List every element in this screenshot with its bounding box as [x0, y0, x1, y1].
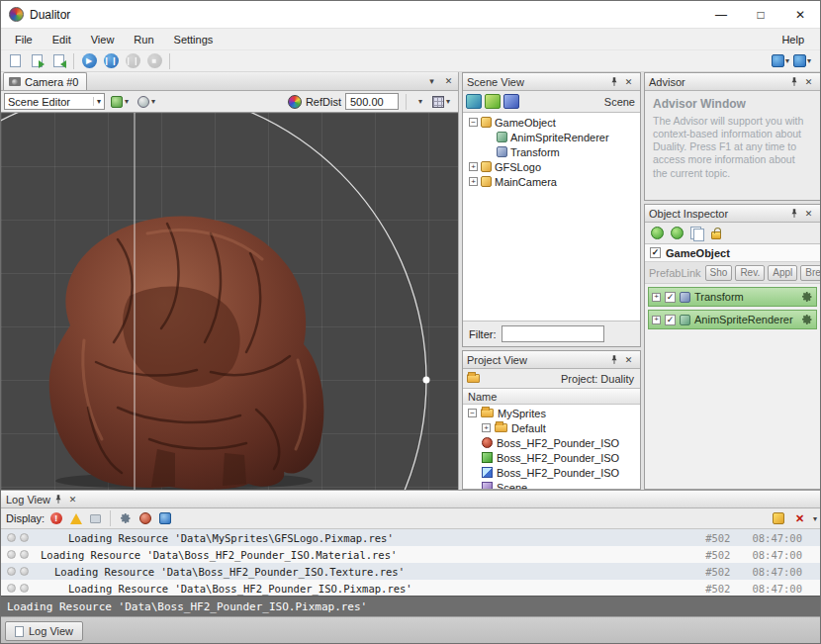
camera-close-icon[interactable] [441, 74, 456, 88]
object-inspector-panel: Object Inspector GameObject PrefabLink S… [644, 204, 821, 490]
source-core-button[interactable] [117, 510, 134, 526]
pin-icon[interactable] [606, 75, 621, 89]
lock-button[interactable] [708, 226, 724, 241]
project-item-default[interactable]: Default [463, 420, 640, 435]
log-entry[interactable]: Loading Resource 'Data\Boss_HF2_Pounder_… [1, 563, 821, 580]
filter-errors-button[interactable]: ! [47, 510, 64, 526]
expand-icon[interactable] [482, 423, 491, 432]
prefab-show-button[interactable]: Sho [705, 265, 733, 281]
menu-view[interactable]: View [81, 31, 125, 48]
source-game-button[interactable] [156, 510, 173, 526]
object-visibility-button[interactable]: ▾ [108, 93, 132, 110]
filter-input[interactable] [502, 325, 604, 342]
tree-item-transform[interactable]: Transform [463, 144, 640, 159]
close-icon[interactable] [801, 75, 816, 89]
collapse-icon[interactable] [468, 409, 477, 417]
tree-item-maincamera[interactable]: MainCamera [463, 174, 640, 189]
active-checkbox[interactable] [650, 247, 661, 258]
expand-icon[interactable] [652, 316, 661, 324]
scene-viewport[interactable] [1, 113, 458, 490]
snap-grid-button[interactable]: ▾ [429, 93, 453, 110]
close-icon[interactable] [621, 75, 636, 89]
filter-messages-button[interactable] [87, 510, 104, 526]
minimize-button[interactable]: — [701, 1, 741, 28]
clear-log-button[interactable]: ✕ [791, 510, 808, 526]
log-entry[interactable]: Loading Resource 'Data\MySprites\GFSLogo… [1, 529, 821, 546]
new-project-button[interactable] [5, 51, 25, 70]
close-button[interactable]: ✕ [780, 1, 820, 28]
collapse-icon[interactable] [469, 118, 478, 127]
filter-label: Filter: [469, 328, 497, 340]
folder-icon[interactable] [467, 374, 480, 383]
log-entry[interactable]: Loading Resource 'Data\Boss_HF2_Pounder_… [1, 580, 821, 596]
tree-item-label: GameObject [495, 117, 556, 129]
refresh-button[interactable] [649, 226, 665, 241]
chevron-down-icon[interactable]: ▾ [813, 514, 817, 523]
expand-icon[interactable] [469, 177, 478, 186]
background-color-icon[interactable] [288, 95, 302, 109]
new-gameobject-icon[interactable] [466, 94, 482, 109]
log-entry[interactable]: Loading Resource 'Data\Boss_HF2_Pounder_… [1, 546, 821, 563]
prefab-revert-button[interactable]: Rev. [735, 265, 765, 281]
source-editor-button[interactable] [137, 510, 153, 526]
editor-mode-select[interactable]: Scene Editor ▾ [4, 93, 105, 110]
display-label: Display: [6, 512, 45, 524]
tree-item-gameobject[interactable]: GameObject [463, 115, 640, 130]
project-view-toolbar: Project: Duality [463, 369, 640, 389]
menu-settings[interactable]: Settings [164, 31, 224, 48]
log-entries: Loading Resource 'Data\MySprites\GFSLogo… [1, 529, 821, 596]
menu-file[interactable]: File [5, 31, 43, 48]
project-item-texture[interactable]: Boss_HF2_Pounder_ISO [463, 450, 640, 465]
filter-warnings-button[interactable] [67, 510, 84, 526]
pin-icon[interactable] [786, 207, 801, 221]
render-setup-button[interactable]: ▾ [135, 93, 158, 110]
maximize-button[interactable]: □ [741, 1, 780, 28]
project-item-pixmap[interactable]: Boss_HF2_Pounder_ISO [463, 465, 640, 480]
component-checkbox[interactable] [665, 315, 676, 325]
perspective-button[interactable]: ▾ [413, 93, 425, 110]
project-item-scene[interactable]: Scene [463, 480, 640, 489]
menu-edit[interactable]: Edit [43, 31, 81, 48]
menu-run[interactable]: Run [124, 31, 163, 48]
expand-icon[interactable] [469, 162, 478, 171]
refdist-input[interactable]: 500.00 [345, 93, 399, 110]
new-component-icon[interactable] [485, 94, 501, 109]
name-column-header[interactable]: Name [463, 389, 640, 405]
close-icon[interactable] [801, 207, 816, 221]
tab-camera-0[interactable]: Camera #0 [3, 72, 87, 90]
prefab-apply-button[interactable]: Appl [768, 265, 797, 281]
pin-icon[interactable] [606, 353, 621, 367]
menu-help[interactable]: Help [770, 31, 816, 48]
component-checkbox[interactable] [665, 292, 676, 303]
stop-button[interactable]: ■ [144, 51, 164, 70]
tree-item-animspriterenderer[interactable]: AnimSpriteRenderer [463, 130, 640, 144]
play-button[interactable]: ▶ [79, 51, 99, 70]
pin-icon[interactable] [786, 75, 801, 89]
gear-icon[interactable] [801, 314, 813, 325]
import-button[interactable] [27, 51, 46, 70]
gear-icon[interactable] [801, 291, 813, 303]
close-icon[interactable] [65, 493, 80, 506]
tab-log-view[interactable]: Log View [5, 621, 83, 641]
prefab-break-button[interactable]: Brea [800, 265, 820, 281]
project-item-material[interactable]: Boss_HF2_Pounder_ISO [463, 435, 640, 450]
sandbox-play-button[interactable]: ❙❙ [101, 51, 121, 70]
component-animspriterenderer[interactable]: AnimSpriteRenderer [648, 310, 817, 329]
camera-menu-chevron-icon[interactable] [424, 74, 439, 88]
tree-item-gfslogo[interactable]: GFSLogo [463, 159, 640, 174]
pin-icon[interactable] [50, 493, 65, 506]
pause-button[interactable]: ❙❙ [123, 51, 142, 70]
auto-clear-button[interactable] [771, 510, 787, 526]
lock-icon [711, 231, 721, 239]
save-scene-icon[interactable] [503, 94, 519, 109]
log-time: 08:47:00 [752, 532, 802, 544]
expand-icon[interactable] [652, 293, 661, 302]
clone-button[interactable] [688, 226, 704, 241]
profile-dropdown-button[interactable]: ▾ [771, 51, 790, 70]
settings-dropdown-button[interactable]: ▾ [792, 51, 812, 70]
component-transform[interactable]: Transform [648, 287, 817, 307]
sort-button[interactable] [669, 226, 684, 241]
project-item-mysprites[interactable]: MySprites [463, 406, 640, 420]
close-icon[interactable] [621, 353, 636, 367]
export-button[interactable] [48, 51, 68, 70]
